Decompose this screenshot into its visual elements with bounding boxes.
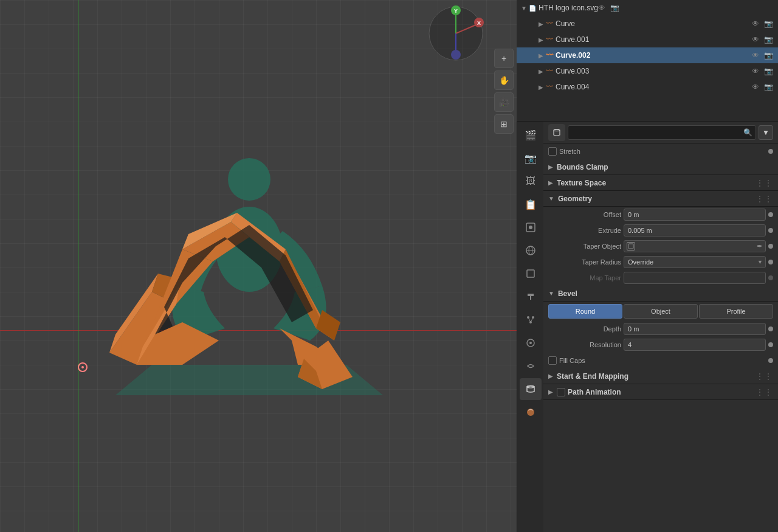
- sidebar-sceneprops-icon[interactable]: [520, 216, 542, 238]
- curve003-expand-arrow[interactable]: ▶: [536, 66, 546, 76]
- outliner[interactable]: ▼ 📄 HTH logo icon.svg 👁 📷 ▶ 〰 Curve 👁 📷 …: [517, 0, 778, 122]
- curve-expand-arrow[interactable]: ▶: [536, 19, 546, 29]
- root-expand-arrow[interactable]: ▼: [519, 3, 529, 13]
- props-tool-icon[interactable]: [548, 124, 565, 141]
- sidebar-scene-icon[interactable]: 🎬: [520, 124, 542, 146]
- properties-search-input[interactable]: [568, 125, 756, 140]
- curve-camera-icon[interactable]: 📷: [764, 19, 773, 28]
- taper-object-field[interactable]: ✒: [624, 240, 766, 252]
- sidebar-material-icon[interactable]: [520, 401, 542, 423]
- camera-tool[interactable]: 🎥: [494, 92, 514, 112]
- stretch-label: Stretch: [559, 148, 580, 155]
- curve002-camera-icon[interactable]: 📷: [764, 51, 773, 60]
- viewport-toolbar: + ✋ 🎥 ⊞: [494, 49, 514, 134]
- curve001-camera-icon[interactable]: 📷: [764, 35, 773, 44]
- curve002-icon: 〰: [546, 51, 553, 60]
- props-dropdown-btn[interactable]: ▼: [759, 125, 773, 140]
- curve001-visible-icon[interactable]: 👁: [752, 35, 759, 44]
- properties-panel[interactable]: 🔍 ▼ Stretch ▶ Bounds Clamp ▶ Texture Spa…: [543, 122, 778, 532]
- path-animation-section-header[interactable]: ▶ Path Animation ⋮⋮: [543, 384, 778, 400]
- extrude-value: 0.005 m: [628, 227, 652, 234]
- origin-indicator: [78, 362, 88, 372]
- outliner-item-curve[interactable]: ▶ 〰 Curve 👁 📷: [517, 16, 778, 32]
- curve003-actions: 👁 📷: [752, 67, 773, 75]
- curve002-visible-icon[interactable]: 👁: [752, 51, 759, 60]
- taper-radius-dropdown[interactable]: Override ▼: [624, 256, 766, 268]
- offset-row: Offset 0 m: [543, 207, 778, 223]
- svg-text:X: X: [477, 20, 481, 26]
- sidebar-constraints-icon[interactable]: [520, 355, 542, 377]
- fill-caps-checkbox[interactable]: [548, 356, 557, 365]
- svg-point-40: [529, 342, 532, 344]
- extrude-field[interactable]: 0.005 m: [624, 224, 766, 237]
- offset-field[interactable]: 0 m: [624, 209, 766, 221]
- sidebar-render-icon[interactable]: 📷: [520, 147, 542, 169]
- curve004-camera-icon[interactable]: 📷: [764, 83, 773, 91]
- right-panel: ▼ 📄 HTH logo icon.svg 👁 📷 ▶ 〰 Curve 👁 📷 …: [517, 0, 778, 532]
- curve004-visible-icon[interactable]: 👁: [752, 83, 759, 91]
- outliner-item-curve002[interactable]: ▶ 〰 Curve.002 👁 📷: [517, 47, 778, 63]
- extrude-label: Extrude: [548, 227, 621, 234]
- texture-space-section-header[interactable]: ▶ Texture Space ⋮⋮: [543, 175, 778, 191]
- bounds-clamp-section-header[interactable]: ▶ Bounds Clamp: [543, 159, 778, 175]
- taper-radius-row: Taper Radius Override ▼: [543, 254, 778, 270]
- path-animation-checkbox[interactable]: [557, 388, 565, 396]
- depth-label: Depth: [548, 325, 621, 333]
- curve001-expand-arrow[interactable]: ▶: [536, 35, 546, 44]
- outliner-root-item[interactable]: ▼ 📄 HTH logo icon.svg 👁 📷: [517, 0, 778, 16]
- outliner-item-curve001[interactable]: ▶ 〰 Curve.001 👁 📷: [517, 32, 778, 47]
- curve003-camera-icon[interactable]: 📷: [764, 67, 773, 75]
- curve004-expand-arrow[interactable]: ▶: [536, 82, 546, 92]
- 3d-object: [43, 61, 438, 426]
- sidebar-physics-icon[interactable]: [520, 332, 542, 354]
- navigation-gizmo[interactable]: Y X: [425, 3, 486, 64]
- zoom-tool[interactable]: +: [494, 49, 514, 68]
- outliner-item-curve003[interactable]: ▶ 〰 Curve.003 👁 📷: [517, 63, 778, 79]
- bevel-tab-object[interactable]: Object: [624, 304, 698, 319]
- sidebar-modifier-icon[interactable]: [520, 286, 542, 308]
- start-end-mapping-title: Start & End Mapping: [557, 372, 628, 381]
- root-camera-icon[interactable]: 📷: [610, 4, 619, 12]
- geometry-section-header[interactable]: ▼ Geometry ⋮⋮: [543, 191, 778, 207]
- stretch-checkbox[interactable]: [548, 147, 557, 156]
- extrude-row: Extrude 0.005 m: [543, 223, 778, 238]
- start-end-mapping-section-header[interactable]: ▶ Start & End Mapping ⋮⋮: [543, 368, 778, 384]
- texture-space-title: Texture Space: [557, 179, 606, 187]
- bevel-tabs: Round Object Profile: [548, 304, 773, 319]
- pan-tool[interactable]: ✋: [494, 71, 514, 90]
- panel-content: 🎬 📷 🖼 📋: [517, 122, 778, 532]
- viewport[interactable]: Y X + ✋ 🎥 ⊞: [0, 0, 517, 532]
- sidebar-data-icon[interactable]: [520, 378, 542, 400]
- curve-name: Curve: [556, 19, 752, 28]
- resolution-field[interactable]: 4: [624, 339, 766, 351]
- root-visible-icon[interactable]: 👁: [598, 4, 605, 12]
- sidebar-output-icon[interactable]: 🖼: [520, 170, 542, 192]
- geometry-dots: ⋮⋮: [756, 195, 773, 203]
- curve002-actions: 👁 📷: [752, 51, 773, 60]
- bevel-tab-profile[interactable]: Profile: [699, 304, 773, 319]
- resolution-label: Resolution: [548, 341, 621, 348]
- sidebar-particles-icon[interactable]: [520, 309, 542, 331]
- curve-visible-icon[interactable]: 👁: [752, 19, 759, 28]
- sidebar-object-icon[interactable]: [520, 263, 542, 285]
- bevel-tab-round[interactable]: Round: [548, 304, 622, 319]
- taper-object-row: Taper Object ✒: [543, 238, 778, 254]
- curve003-visible-icon[interactable]: 👁: [752, 67, 759, 75]
- outliner-item-curve004[interactable]: ▶ 〰 Curve.004 👁 📷: [517, 79, 778, 95]
- map-taper-label: Map Taper: [548, 274, 621, 282]
- curve003-icon: 〰: [546, 67, 553, 75]
- curve002-expand-arrow[interactable]: ▶: [536, 50, 546, 60]
- depth-dot: [768, 326, 773, 331]
- bevel-section-header[interactable]: ▼ Bevel: [543, 286, 778, 302]
- curve001-name: Curve.001: [556, 35, 752, 44]
- depth-field[interactable]: 0 m: [624, 323, 766, 335]
- geometry-section-content: Offset 0 m Extrude 0.005 m Taper O: [543, 207, 778, 286]
- grid-tool[interactable]: ⊞: [494, 114, 514, 134]
- sidebar-world-icon[interactable]: [520, 240, 542, 261]
- offset-value: 0 m: [628, 211, 639, 218]
- eyedropper-icon[interactable]: ✒: [757, 242, 763, 250]
- map-taper-dot: [768, 275, 773, 280]
- sidebar-viewlayer-icon[interactable]: 📋: [520, 193, 542, 215]
- curve004-name: Curve.004: [556, 83, 752, 91]
- bevel-title: Bevel: [558, 289, 577, 298]
